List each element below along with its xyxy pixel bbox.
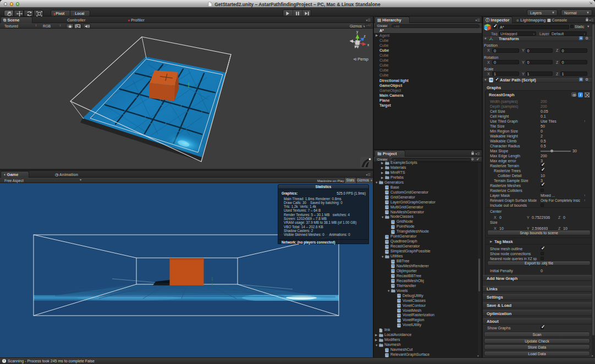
svg-text:z: z: [364, 34, 366, 38]
svg-text:⊲ Persp: ⊲ Persp: [353, 57, 368, 62]
